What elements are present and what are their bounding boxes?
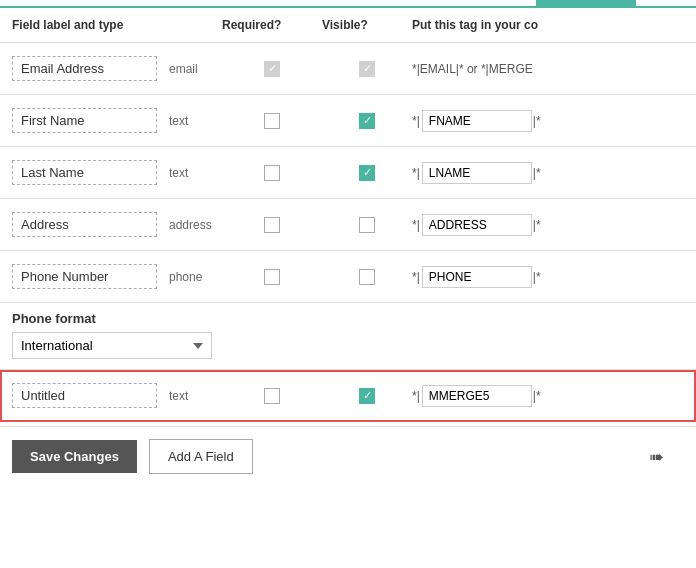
phone-format-label: Phone format: [12, 311, 684, 326]
untitled-visible-checkbox[interactable]: ✓: [359, 388, 375, 404]
header-required: Required?: [222, 18, 322, 32]
email-required-cell: ✓: [222, 61, 322, 77]
lastname-label-input[interactable]: [12, 160, 157, 185]
untitled-tag-prefix: *|: [412, 389, 420, 403]
lastname-type: text: [165, 166, 188, 180]
field-label-cell: text: [12, 108, 222, 133]
phone-required-checkbox[interactable]: [264, 269, 280, 285]
active-tab[interactable]: [536, 0, 636, 8]
firstname-visible-checkbox[interactable]: ✓: [359, 113, 375, 129]
add-field-button[interactable]: Add A Field: [149, 439, 253, 474]
email-required-checkbox[interactable]: ✓: [264, 61, 280, 77]
phone-visible-checkbox[interactable]: [359, 269, 375, 285]
firstname-label-input[interactable]: [12, 108, 157, 133]
fields-table: Field label and type Required? Visible? …: [0, 8, 696, 422]
table-row-highlighted: text ✓ *| |*: [0, 370, 696, 422]
field-label-cell: phone: [12, 264, 222, 289]
firstname-tag-cell: *| |*: [412, 110, 684, 132]
footer-bar: Save Changes Add A Field ➠: [0, 426, 696, 486]
phone-required-cell: [222, 269, 322, 285]
untitled-required-cell: [222, 388, 322, 404]
address-visible-cell: [322, 217, 412, 233]
address-tag-suffix: |*: [533, 218, 541, 232]
firstname-tag-suffix: |*: [533, 114, 541, 128]
header-tag: Put this tag in your co: [412, 18, 684, 32]
phone-visible-cell: [322, 269, 412, 285]
table-row: address *| |*: [0, 199, 696, 251]
email-tag-cell: *|EMAIL|* or *|MERGE: [412, 62, 684, 76]
lastname-tag-prefix: *|: [412, 166, 420, 180]
firstname-type: text: [165, 114, 188, 128]
header-field: Field label and type: [12, 18, 222, 32]
untitled-required-checkbox[interactable]: [264, 388, 280, 404]
phone-tag-prefix: *|: [412, 270, 420, 284]
untitled-label-input[interactable]: [12, 383, 157, 408]
address-visible-checkbox[interactable]: [359, 217, 375, 233]
firstname-required-checkbox[interactable]: [264, 113, 280, 129]
email-label-input[interactable]: [12, 56, 157, 81]
firstname-tag-prefix: *|: [412, 114, 420, 128]
firstname-visible-cell: ✓: [322, 113, 412, 129]
save-button[interactable]: Save Changes: [12, 440, 137, 473]
email-type: email: [165, 62, 198, 76]
lastname-tag-cell: *| |*: [412, 162, 684, 184]
email-visible-cell: ✓: [322, 61, 412, 77]
field-label-cell: text: [12, 160, 222, 185]
lastname-tag-input[interactable]: [422, 162, 532, 184]
field-label-cell: address: [12, 212, 222, 237]
address-tag-input[interactable]: [422, 214, 532, 236]
email-visible-checkbox[interactable]: ✓: [359, 61, 375, 77]
table-row: phone *| |*: [0, 251, 696, 303]
address-required-checkbox[interactable]: [264, 217, 280, 233]
cursor-icon: ➠: [649, 446, 664, 468]
table-row: email ✓ ✓ *|EMAIL|* or *|MERGE: [0, 43, 696, 95]
field-label-cell: email: [12, 56, 222, 81]
phone-tag-input[interactable]: [422, 266, 532, 288]
untitled-visible-cell: ✓: [322, 388, 412, 404]
phone-format-section: Phone format International US UK: [0, 303, 696, 370]
untitled-tag-input[interactable]: [422, 385, 532, 407]
lastname-required-checkbox[interactable]: [264, 165, 280, 181]
lastname-visible-checkbox[interactable]: ✓: [359, 165, 375, 181]
phone-tag-cell: *| |*: [412, 266, 684, 288]
address-required-cell: [222, 217, 322, 233]
address-tag-cell: *| |*: [412, 214, 684, 236]
phone-format-select[interactable]: International US UK: [12, 332, 212, 359]
table-row: text ✓ *| |*: [0, 147, 696, 199]
firstname-tag-input[interactable]: [422, 110, 532, 132]
untitled-tag-cell: *| |*: [412, 385, 684, 407]
top-bar: [0, 0, 696, 8]
phone-tag-suffix: |*: [533, 270, 541, 284]
address-type: address: [165, 218, 212, 232]
table-row: text ✓ *| |*: [0, 95, 696, 147]
lastname-tag-suffix: |*: [533, 166, 541, 180]
lastname-visible-cell: ✓: [322, 165, 412, 181]
table-header: Field label and type Required? Visible? …: [0, 8, 696, 43]
address-label-input[interactable]: [12, 212, 157, 237]
phone-label-input[interactable]: [12, 264, 157, 289]
untitled-type: text: [165, 389, 188, 403]
phone-type: phone: [165, 270, 202, 284]
email-tag-text: *|EMAIL|* or *|MERGE: [412, 62, 533, 76]
address-tag-prefix: *|: [412, 218, 420, 232]
header-visible: Visible?: [322, 18, 412, 32]
untitled-tag-suffix: |*: [533, 389, 541, 403]
firstname-required-cell: [222, 113, 322, 129]
lastname-required-cell: [222, 165, 322, 181]
field-label-cell: text: [12, 383, 222, 408]
